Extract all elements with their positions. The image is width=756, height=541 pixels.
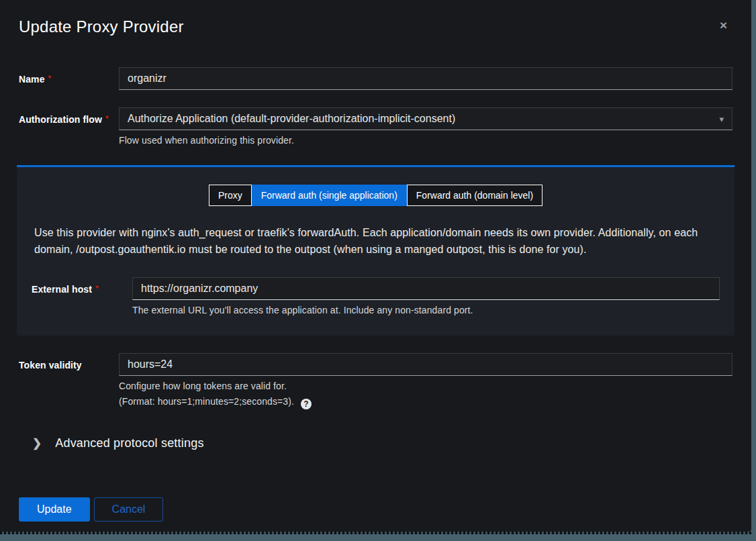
token-format-text: (Format: hours=1;minutes=2;seconds=3).: [119, 396, 294, 407]
name-field-row: Name*: [19, 67, 733, 90]
authorization-flow-help: Flow used when authorizing this provider…: [119, 135, 733, 146]
external-host-input[interactable]: [132, 277, 720, 300]
modal-footer: Update Cancel: [19, 497, 733, 522]
name-label: Name*: [19, 67, 119, 85]
external-host-help: The external URL you'll access the appli…: [132, 305, 720, 315]
close-icon[interactable]: ×: [720, 19, 727, 32]
external-host-label: External host*: [32, 277, 132, 295]
required-asterisk: *: [95, 284, 99, 293]
tab-forward-auth-domain-level[interactable]: Forward auth (domain level): [407, 185, 542, 206]
tab-proxy[interactable]: Proxy: [209, 185, 252, 206]
advanced-protocol-settings-label: Advanced protocol settings: [55, 436, 203, 450]
token-validity-input[interactable]: [119, 353, 733, 376]
name-input[interactable]: [119, 67, 733, 90]
chevron-down-icon: ▾: [719, 114, 724, 124]
authorization-flow-label-text: Authorization flow: [19, 114, 102, 125]
token-validity-help-line2: (Format: hours=1;minutes=2;seconds=3). ?: [119, 396, 733, 409]
chevron-right-icon: ❯: [32, 436, 42, 450]
update-button[interactable]: Update: [19, 497, 90, 522]
proxy-mode-card: Proxy Forward auth (single application) …: [17, 165, 735, 336]
token-validity-row: Token validity Configure how long tokens…: [19, 353, 733, 409]
proxy-mode-tabs: Proxy Forward auth (single application) …: [32, 185, 720, 206]
modal-header: Update Proxy Provider ×: [19, 17, 733, 36]
cancel-button[interactable]: Cancel: [94, 497, 164, 522]
required-asterisk: *: [105, 114, 109, 124]
authorization-flow-selected-value: Authorize Application (default-provider-…: [128, 113, 455, 125]
tab-forward-auth-single-application[interactable]: Forward auth (single application): [252, 185, 407, 206]
update-proxy-provider-modal: Update Proxy Provider × Name* Authorizat…: [0, 0, 751, 532]
name-label-text: Name: [19, 74, 45, 85]
required-asterisk: *: [48, 74, 52, 83]
advanced-protocol-settings-expander[interactable]: ❯ Advanced protocol settings: [19, 436, 733, 450]
external-host-field: The external URL you'll access the appli…: [132, 277, 720, 315]
external-host-row: External host* The external URL you'll a…: [32, 277, 720, 315]
token-validity-field: Configure how long tokens are valid for.…: [119, 353, 733, 409]
token-validity-help-line1: Configure how long tokens are valid for.: [119, 381, 733, 391]
window-shadow-edge: [0, 532, 751, 534]
mode-description: Use this provider with nginx's auth_requ…: [32, 225, 720, 258]
authorization-flow-select[interactable]: Authorize Application (default-provider-…: [119, 107, 733, 130]
authorization-flow-label: Authorization flow*: [19, 107, 119, 125]
authorization-flow-field: Authorize Application (default-provider-…: [119, 107, 733, 146]
modal-title: Update Proxy Provider: [19, 17, 733, 36]
authorization-flow-row: Authorization flow* Authorize Applicatio…: [19, 107, 733, 146]
token-validity-label: Token validity: [19, 353, 119, 371]
external-host-label-text: External host: [32, 284, 92, 295]
question-circle-icon[interactable]: ?: [301, 399, 312, 409]
